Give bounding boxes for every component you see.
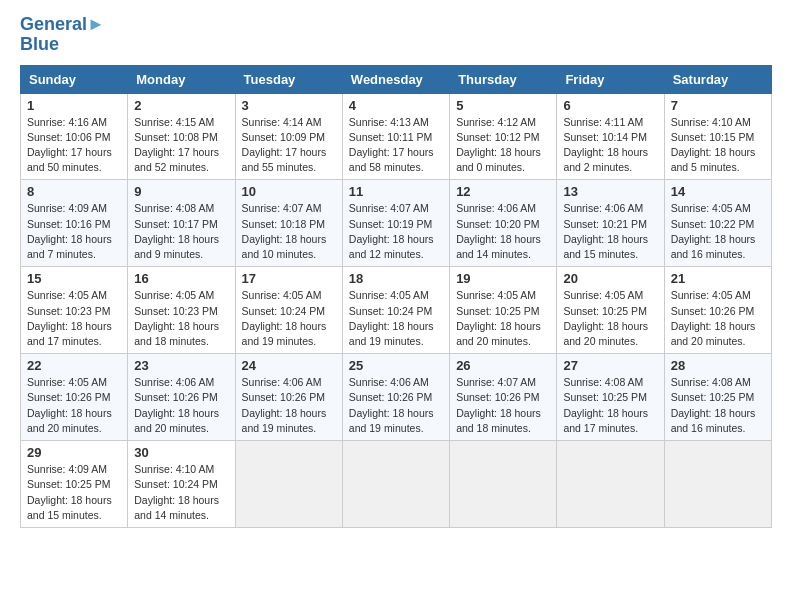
- day-number: 20: [563, 271, 657, 286]
- calendar-day-cell: 10Sunrise: 4:07 AM Sunset: 10:18 PM Dayl…: [235, 180, 342, 267]
- day-info: Sunrise: 4:06 AM Sunset: 10:20 PM Daylig…: [456, 201, 550, 262]
- calendar-day-cell: 22Sunrise: 4:05 AM Sunset: 10:26 PM Dayl…: [21, 354, 128, 441]
- calendar-day-cell: 28Sunrise: 4:08 AM Sunset: 10:25 PM Dayl…: [664, 354, 771, 441]
- calendar-day-cell: [557, 441, 664, 528]
- page-header: General► Blue: [20, 15, 772, 55]
- day-info: Sunrise: 4:10 AM Sunset: 10:15 PM Daylig…: [671, 115, 765, 176]
- day-number: 10: [242, 184, 336, 199]
- day-info: Sunrise: 4:06 AM Sunset: 10:26 PM Daylig…: [349, 375, 443, 436]
- calendar-day-cell: 8Sunrise: 4:09 AM Sunset: 10:16 PM Dayli…: [21, 180, 128, 267]
- day-number: 25: [349, 358, 443, 373]
- day-number: 12: [456, 184, 550, 199]
- day-info: Sunrise: 4:06 AM Sunset: 10:26 PM Daylig…: [242, 375, 336, 436]
- day-info: Sunrise: 4:05 AM Sunset: 10:26 PM Daylig…: [27, 375, 121, 436]
- calendar-day-cell: [342, 441, 449, 528]
- calendar-week-row: 29Sunrise: 4:09 AM Sunset: 10:25 PM Dayl…: [21, 441, 772, 528]
- calendar-day-cell: 7Sunrise: 4:10 AM Sunset: 10:15 PM Dayli…: [664, 93, 771, 180]
- day-info: Sunrise: 4:05 AM Sunset: 10:24 PM Daylig…: [242, 288, 336, 349]
- day-number: 9: [134, 184, 228, 199]
- day-info: Sunrise: 4:09 AM Sunset: 10:16 PM Daylig…: [27, 201, 121, 262]
- day-number: 2: [134, 98, 228, 113]
- calendar-day-cell: [235, 441, 342, 528]
- day-number: 3: [242, 98, 336, 113]
- calendar-day-cell: 30Sunrise: 4:10 AM Sunset: 10:24 PM Dayl…: [128, 441, 235, 528]
- calendar-day-cell: 17Sunrise: 4:05 AM Sunset: 10:24 PM Dayl…: [235, 267, 342, 354]
- calendar-table: SundayMondayTuesdayWednesdayThursdayFrid…: [20, 65, 772, 528]
- calendar-day-cell: 15Sunrise: 4:05 AM Sunset: 10:23 PM Dayl…: [21, 267, 128, 354]
- day-number: 21: [671, 271, 765, 286]
- day-number: 5: [456, 98, 550, 113]
- day-info: Sunrise: 4:06 AM Sunset: 10:21 PM Daylig…: [563, 201, 657, 262]
- day-number: 18: [349, 271, 443, 286]
- calendar-day-cell: 9Sunrise: 4:08 AM Sunset: 10:17 PM Dayli…: [128, 180, 235, 267]
- calendar-week-row: 8Sunrise: 4:09 AM Sunset: 10:16 PM Dayli…: [21, 180, 772, 267]
- day-info: Sunrise: 4:11 AM Sunset: 10:14 PM Daylig…: [563, 115, 657, 176]
- calendar-day-cell: 2Sunrise: 4:15 AM Sunset: 10:08 PM Dayli…: [128, 93, 235, 180]
- calendar-week-row: 1Sunrise: 4:16 AM Sunset: 10:06 PM Dayli…: [21, 93, 772, 180]
- day-info: Sunrise: 4:05 AM Sunset: 10:25 PM Daylig…: [563, 288, 657, 349]
- day-number: 27: [563, 358, 657, 373]
- calendar-week-row: 15Sunrise: 4:05 AM Sunset: 10:23 PM Dayl…: [21, 267, 772, 354]
- calendar-day-cell: 14Sunrise: 4:05 AM Sunset: 10:22 PM Dayl…: [664, 180, 771, 267]
- day-number: 24: [242, 358, 336, 373]
- day-info: Sunrise: 4:07 AM Sunset: 10:26 PM Daylig…: [456, 375, 550, 436]
- day-number: 23: [134, 358, 228, 373]
- day-number: 19: [456, 271, 550, 286]
- day-number: 1: [27, 98, 121, 113]
- day-info: Sunrise: 4:14 AM Sunset: 10:09 PM Daylig…: [242, 115, 336, 176]
- calendar-day-cell: 24Sunrise: 4:06 AM Sunset: 10:26 PM Dayl…: [235, 354, 342, 441]
- calendar-week-row: 22Sunrise: 4:05 AM Sunset: 10:26 PM Dayl…: [21, 354, 772, 441]
- day-of-week-header: Tuesday: [235, 65, 342, 93]
- day-info: Sunrise: 4:07 AM Sunset: 10:19 PM Daylig…: [349, 201, 443, 262]
- calendar-day-cell: 26Sunrise: 4:07 AM Sunset: 10:26 PM Dayl…: [450, 354, 557, 441]
- calendar-day-cell: 19Sunrise: 4:05 AM Sunset: 10:25 PM Dayl…: [450, 267, 557, 354]
- calendar-day-cell: [450, 441, 557, 528]
- day-info: Sunrise: 4:08 AM Sunset: 10:25 PM Daylig…: [671, 375, 765, 436]
- day-number: 13: [563, 184, 657, 199]
- day-of-week-header: Friday: [557, 65, 664, 93]
- calendar-day-cell: 1Sunrise: 4:16 AM Sunset: 10:06 PM Dayli…: [21, 93, 128, 180]
- day-info: Sunrise: 4:05 AM Sunset: 10:25 PM Daylig…: [456, 288, 550, 349]
- day-info: Sunrise: 4:07 AM Sunset: 10:18 PM Daylig…: [242, 201, 336, 262]
- day-number: 14: [671, 184, 765, 199]
- calendar-day-cell: 13Sunrise: 4:06 AM Sunset: 10:21 PM Dayl…: [557, 180, 664, 267]
- days-of-week-row: SundayMondayTuesdayWednesdayThursdayFrid…: [21, 65, 772, 93]
- day-info: Sunrise: 4:16 AM Sunset: 10:06 PM Daylig…: [27, 115, 121, 176]
- day-number: 7: [671, 98, 765, 113]
- day-info: Sunrise: 4:12 AM Sunset: 10:12 PM Daylig…: [456, 115, 550, 176]
- day-info: Sunrise: 4:15 AM Sunset: 10:08 PM Daylig…: [134, 115, 228, 176]
- day-of-week-header: Sunday: [21, 65, 128, 93]
- calendar-day-cell: 25Sunrise: 4:06 AM Sunset: 10:26 PM Dayl…: [342, 354, 449, 441]
- day-info: Sunrise: 4:10 AM Sunset: 10:24 PM Daylig…: [134, 462, 228, 523]
- day-info: Sunrise: 4:08 AM Sunset: 10:17 PM Daylig…: [134, 201, 228, 262]
- day-of-week-header: Saturday: [664, 65, 771, 93]
- day-number: 15: [27, 271, 121, 286]
- day-number: 17: [242, 271, 336, 286]
- day-of-week-header: Wednesday: [342, 65, 449, 93]
- calendar-day-cell: 16Sunrise: 4:05 AM Sunset: 10:23 PM Dayl…: [128, 267, 235, 354]
- day-number: 30: [134, 445, 228, 460]
- calendar-day-cell: 3Sunrise: 4:14 AM Sunset: 10:09 PM Dayli…: [235, 93, 342, 180]
- day-info: Sunrise: 4:05 AM Sunset: 10:26 PM Daylig…: [671, 288, 765, 349]
- day-info: Sunrise: 4:06 AM Sunset: 10:26 PM Daylig…: [134, 375, 228, 436]
- day-number: 8: [27, 184, 121, 199]
- day-of-week-header: Thursday: [450, 65, 557, 93]
- logo: General► Blue: [20, 15, 105, 55]
- day-info: Sunrise: 4:13 AM Sunset: 10:11 PM Daylig…: [349, 115, 443, 176]
- day-info: Sunrise: 4:09 AM Sunset: 10:25 PM Daylig…: [27, 462, 121, 523]
- calendar-day-cell: 29Sunrise: 4:09 AM Sunset: 10:25 PM Dayl…: [21, 441, 128, 528]
- day-number: 6: [563, 98, 657, 113]
- day-info: Sunrise: 4:05 AM Sunset: 10:22 PM Daylig…: [671, 201, 765, 262]
- calendar-day-cell: 5Sunrise: 4:12 AM Sunset: 10:12 PM Dayli…: [450, 93, 557, 180]
- calendar-day-cell: [664, 441, 771, 528]
- day-number: 11: [349, 184, 443, 199]
- calendar-day-cell: 4Sunrise: 4:13 AM Sunset: 10:11 PM Dayli…: [342, 93, 449, 180]
- calendar-day-cell: 12Sunrise: 4:06 AM Sunset: 10:20 PM Dayl…: [450, 180, 557, 267]
- day-number: 28: [671, 358, 765, 373]
- calendar-day-cell: 27Sunrise: 4:08 AM Sunset: 10:25 PM Dayl…: [557, 354, 664, 441]
- day-number: 4: [349, 98, 443, 113]
- day-number: 26: [456, 358, 550, 373]
- calendar-day-cell: 20Sunrise: 4:05 AM Sunset: 10:25 PM Dayl…: [557, 267, 664, 354]
- calendar-day-cell: 21Sunrise: 4:05 AM Sunset: 10:26 PM Dayl…: [664, 267, 771, 354]
- calendar-day-cell: 11Sunrise: 4:07 AM Sunset: 10:19 PM Dayl…: [342, 180, 449, 267]
